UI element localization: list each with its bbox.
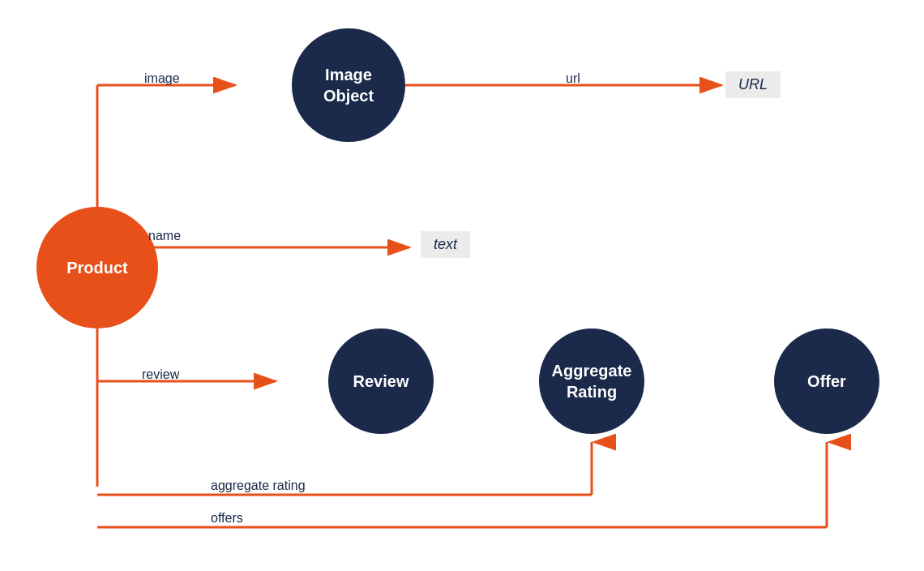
aggregate-rating-node: AggregateRating: [539, 328, 644, 434]
name-edge-label: name: [148, 229, 181, 243]
product-node: Product: [36, 207, 158, 328]
image-object-node: ImageObject: [292, 28, 405, 142]
aggregate-rating-label: AggregateRating: [544, 352, 640, 410]
review-edge-label: review: [142, 367, 179, 382]
offers-edge-label: offers: [211, 511, 243, 526]
image-edge-label: image: [144, 71, 180, 86]
url-edge-label: url: [566, 71, 580, 86]
review-label: Review: [345, 363, 417, 400]
text-value-box: text: [421, 231, 470, 258]
url-value-box: URL: [725, 71, 781, 98]
text-value-label: text: [434, 236, 457, 252]
product-label: Product: [58, 249, 136, 286]
diagram-container: Product ImageObject Review AggregateRati…: [0, 0, 924, 571]
offer-node: Offer: [774, 328, 879, 434]
image-object-label: ImageObject: [315, 56, 382, 114]
offer-label: Offer: [799, 363, 854, 400]
url-value-label: URL: [738, 76, 768, 92]
aggregate-rating-edge-label: aggregate rating: [211, 479, 306, 493]
review-node: Review: [328, 328, 434, 434]
